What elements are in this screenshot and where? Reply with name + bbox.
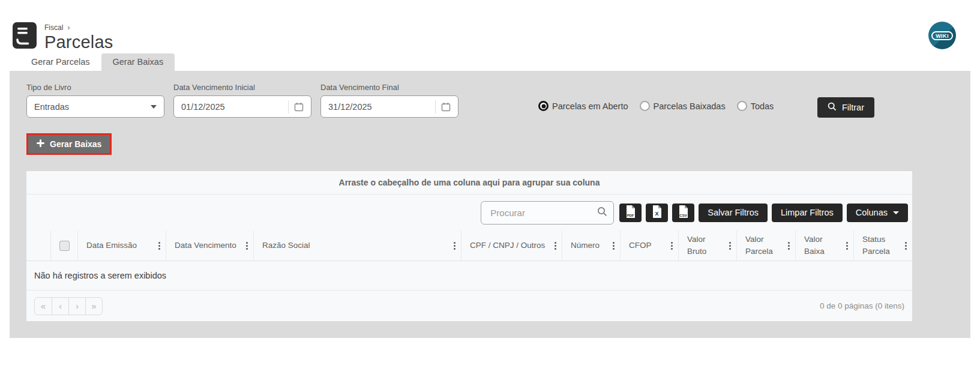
colunas-label: Colunas <box>856 208 888 217</box>
colunas-button[interactable]: Colunas <box>847 204 908 222</box>
data-vencimento-inicial-field: Data Vencimento Inicial <box>173 83 311 118</box>
calendar-icon[interactable] <box>435 100 451 113</box>
action-row: Gerar Baixas <box>26 133 954 155</box>
data-vencimento-final-field: Data Vencimento Final <box>320 83 458 118</box>
breadcrumb-separator-icon: › <box>67 23 70 32</box>
pager-buttons: « ‹ › » <box>34 297 103 315</box>
pager-row: « ‹ › » 0 de 0 páginas (0 itens) <box>26 291 912 321</box>
filter-row: Tipo de Livro Entradas Data Vencimento I… <box>26 83 954 118</box>
table-header-row: Data Emissão Data Vencimento Razão Socia… <box>26 231 912 261</box>
column-header-valor-bruto[interactable]: Valor Bruto <box>678 231 736 261</box>
filtrar-button[interactable]: Filtrar <box>817 97 874 118</box>
column-menu-icon[interactable] <box>729 245 731 247</box>
grid-toolbar: PDF X CSV <box>26 195 912 231</box>
column-header-razao-social[interactable]: Razão Social <box>253 231 461 261</box>
page-title: Parcelas <box>44 34 113 51</box>
column-header-cpf-cnpj-outros[interactable]: CPF / CNPJ / Outros <box>461 231 562 261</box>
column-header-valor-baixa[interactable]: Valor Baixa <box>795 231 853 261</box>
column-menu-icon[interactable] <box>454 245 455 247</box>
column-menu-icon[interactable] <box>158 245 160 247</box>
column-menu-icon[interactable] <box>788 245 790 247</box>
gerar-baixas-button[interactable]: Gerar Baixas <box>28 135 110 153</box>
limpar-filtros-label: Limpar Filtros <box>781 208 834 217</box>
plus-icon <box>37 139 44 149</box>
column-header-cfop[interactable]: CFOP <box>620 231 678 261</box>
radio-unselected-icon <box>737 101 747 111</box>
export-csv-button[interactable]: CSV <box>672 204 694 222</box>
export-excel-button[interactable]: X <box>646 204 668 222</box>
export-pdf-button[interactable]: PDF <box>619 204 642 222</box>
salvar-filtros-label: Salvar Filtros <box>708 208 759 217</box>
breadcrumb-section[interactable]: Fiscal <box>44 23 63 32</box>
pager-info: 0 de 0 páginas (0 itens) <box>820 301 904 310</box>
column-menu-icon[interactable] <box>671 245 673 247</box>
svg-text:PDF: PDF <box>627 214 634 217</box>
breadcrumb: Fiscal › <box>44 22 113 32</box>
radio-parcelas-em-aberto[interactable]: Parcelas em Aberto <box>538 101 628 111</box>
empty-message: Não há registros a serem exibidos <box>34 271 166 280</box>
excel-file-icon: X <box>651 205 663 220</box>
tab-strip: Gerar Parcelas Gerar Baixas <box>20 53 980 71</box>
chevron-down-icon <box>893 211 899 214</box>
column-menu-icon[interactable] <box>905 245 907 247</box>
last-page-button[interactable]: » <box>85 298 102 315</box>
data-vencimento-inicial-input[interactable] <box>181 102 283 112</box>
data-vencimento-final-label: Data Vencimento Final <box>320 83 458 92</box>
radio-unselected-icon <box>640 101 650 111</box>
select-all-cell <box>50 231 77 261</box>
tipo-de-livro-select[interactable]: Entradas <box>26 95 164 118</box>
select-all-checkbox[interactable] <box>59 241 70 251</box>
radio-selected-icon <box>538 101 549 111</box>
limpar-filtros-button[interactable]: Limpar Filtros <box>772 204 843 222</box>
search-box <box>481 201 614 225</box>
column-group-dropzone[interactable]: Arraste o cabeçalho de uma coluna aqui p… <box>26 171 912 195</box>
radio-parcelas-baixadas[interactable]: Parcelas Baixadas <box>640 101 726 111</box>
column-menu-icon[interactable] <box>246 245 248 247</box>
column-header-data-vencimento[interactable]: Data Vencimento <box>166 231 253 261</box>
tipo-de-livro-field: Tipo de Livro Entradas <box>26 83 164 118</box>
gerar-baixas-label: Gerar Baixas <box>50 139 101 149</box>
calendar-icon[interactable] <box>288 100 304 113</box>
next-page-button[interactable]: › <box>68 298 85 315</box>
wiki-label: WIKI <box>931 31 953 40</box>
radio-label: Parcelas Baixadas <box>654 101 726 111</box>
svg-text:X: X <box>655 211 659 217</box>
tipo-de-livro-value: Entradas <box>34 102 69 112</box>
column-header-status-parcela[interactable]: Status Parcela <box>853 231 912 261</box>
group-hint-text: Arraste o cabeçalho de uma coluna aqui p… <box>339 178 600 187</box>
column-header-valor-parcela[interactable]: Valor Parcela <box>736 231 795 261</box>
column-menu-icon[interactable] <box>846 245 848 247</box>
red-highlight-box: Gerar Baixas <box>26 133 112 155</box>
search-icon <box>828 102 837 113</box>
empty-records-row: Não há registros a serem exibidos <box>26 261 912 291</box>
header-spacer-cell <box>26 231 50 261</box>
search-input[interactable] <box>489 207 597 219</box>
radio-label: Todas <box>751 101 774 111</box>
status-radio-group: Parcelas em Aberto Parcelas Baixadas Tod… <box>538 101 774 111</box>
tab-gerar-baixas[interactable]: Gerar Baixas <box>101 53 175 71</box>
topbar: Fiscal › Parcelas WIKI <box>0 0 980 49</box>
filtrar-label: Filtrar <box>842 103 864 112</box>
column-header-numero[interactable]: Número <box>562 231 620 261</box>
csv-file-icon: CSV <box>678 205 689 220</box>
radio-todas[interactable]: Todas <box>737 101 774 111</box>
parcelas-grid: Arraste o cabeçalho de uma coluna aqui p… <box>26 171 912 321</box>
data-vencimento-final-input[interactable] <box>328 102 430 112</box>
chevron-down-icon <box>151 105 157 109</box>
data-vencimento-inicial-label: Data Vencimento Inicial <box>173 83 311 92</box>
column-header-data-emissao[interactable]: Data Emissão <box>77 231 166 261</box>
salvar-filtros-button[interactable]: Salvar Filtros <box>699 204 768 222</box>
gerar-baixas-panel: Tipo de Livro Entradas Data Vencimento I… <box>10 71 970 338</box>
previous-page-button[interactable]: ‹ <box>52 298 68 315</box>
ledger-book-icon <box>12 22 37 52</box>
pdf-file-icon: PDF <box>625 205 636 220</box>
search-icon[interactable] <box>597 207 607 219</box>
column-menu-icon[interactable] <box>613 245 615 247</box>
title-block: Fiscal › Parcelas <box>12 22 113 52</box>
radio-label: Parcelas em Aberto <box>552 101 628 111</box>
column-menu-icon[interactable] <box>555 245 556 247</box>
wiki-button[interactable]: WIKI <box>928 22 956 49</box>
tipo-de-livro-label: Tipo de Livro <box>26 83 164 92</box>
first-page-button[interactable]: « <box>35 298 52 315</box>
tab-gerar-parcelas[interactable]: Gerar Parcelas <box>20 53 101 71</box>
